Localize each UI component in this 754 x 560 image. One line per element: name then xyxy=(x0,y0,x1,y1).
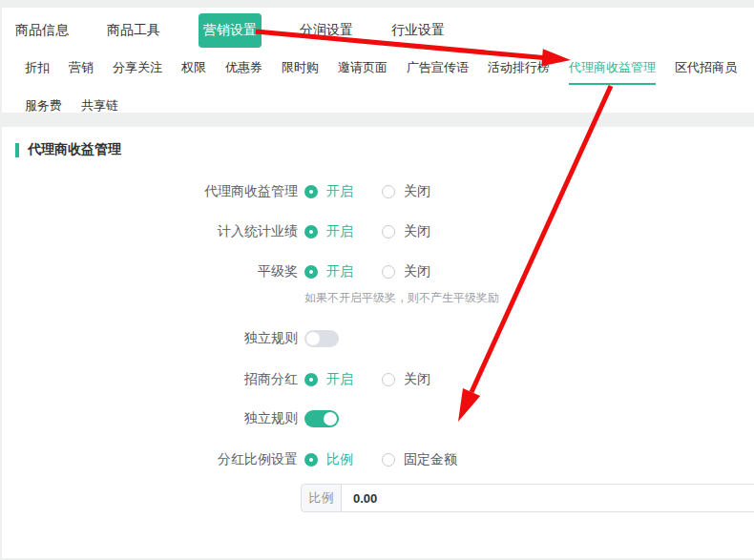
radio-option-label: 固定金额 xyxy=(404,451,457,468)
subtab-invite-page[interactable]: 邀请页面 xyxy=(338,59,387,85)
radio-option-label: 开启 xyxy=(326,183,353,200)
radio-option-off[interactable]: 关闭 xyxy=(382,183,430,200)
radio-option-ratio[interactable]: 比例 xyxy=(304,451,353,468)
radio-group-recruit-dividend: 开启 关闭 xyxy=(304,371,430,388)
radio-group-peer-award: 开启 关闭 xyxy=(304,263,430,280)
radio-option-off[interactable]: 关闭 xyxy=(382,263,430,280)
radio-option-label: 关闭 xyxy=(404,371,430,388)
row-dividend-ratio-setting: 分红比例设置 比例 固定金额 xyxy=(2,450,754,469)
radio-option-label: 关闭 xyxy=(404,263,430,280)
tab-product-info[interactable]: 商品信息 xyxy=(15,22,69,39)
ratio-input-group: 比例 xyxy=(301,484,754,512)
ratio-input-prepend-label: 比例 xyxy=(301,484,342,512)
independent-rule-toggle-off[interactable] xyxy=(304,330,339,347)
radio-unchecked-icon[interactable] xyxy=(382,225,395,239)
radio-option-off[interactable]: 关闭 xyxy=(382,223,430,240)
subtab-activity-ranking[interactable]: 活动排行榜 xyxy=(488,59,550,85)
radio-unchecked-icon[interactable] xyxy=(382,265,395,279)
field-label: 独立规则 xyxy=(2,330,298,347)
radio-unchecked-icon[interactable] xyxy=(382,453,395,467)
field-label: 平级奖 xyxy=(2,263,298,280)
radio-unchecked-icon[interactable] xyxy=(382,185,395,198)
radio-group-statistics: 开启 关闭 xyxy=(304,223,430,240)
field-label: 独立规则 xyxy=(2,410,298,427)
tab-marketing-settings[interactable]: 营销设置 xyxy=(199,13,262,48)
secondary-tab-bar: 折扣 营销 分享关注 权限 优惠券 限时购 邀请页面 广告宣传语 活动排行榜 代… xyxy=(2,53,754,135)
subtab-flash-sale[interactable]: 限时购 xyxy=(282,59,319,85)
primary-tab-bar: 商品信息 商品工具 营销设置 分润设置 行业设置 xyxy=(2,8,754,53)
subtab-agent-revenue-management[interactable]: 代理商收益管理 xyxy=(569,59,656,85)
tabs-card: 商品信息 商品工具 营销设置 分润设置 行业设置 折扣 营销 分享关注 权限 优… xyxy=(2,8,754,113)
radio-option-label: 开启 xyxy=(326,223,353,240)
tab-product-tools[interactable]: 商品工具 xyxy=(107,22,160,39)
radio-option-on[interactable]: 开启 xyxy=(304,263,353,280)
radio-checked-icon[interactable] xyxy=(304,225,318,239)
subtab-coupon[interactable]: 优惠券 xyxy=(225,59,262,85)
peer-award-hint: 如果不开启平级奖，则不产生平级奖励 xyxy=(304,290,754,306)
radio-checked-icon[interactable] xyxy=(304,453,318,467)
field-label: 计入统计业绩 xyxy=(2,223,298,240)
radio-option-off[interactable]: 关闭 xyxy=(382,371,430,388)
tab-profit-settings[interactable]: 分润设置 xyxy=(300,22,353,39)
subtab-district-agent-recruiter[interactable]: 区代招商员 xyxy=(675,59,737,85)
radio-option-fixed-amount[interactable]: 固定金额 xyxy=(382,451,457,468)
independent-rule-toggle-on[interactable] xyxy=(304,410,339,427)
radio-option-on[interactable]: 开启 xyxy=(304,223,353,240)
field-label: 代理商收益管理 xyxy=(2,183,298,200)
field-label: 分红比例设置 xyxy=(2,451,298,468)
radio-group-dividend-ratio: 比例 固定金额 xyxy=(304,451,457,468)
radio-option-label: 关闭 xyxy=(404,183,430,200)
radio-group-agent-revenue: 开启 关闭 xyxy=(304,183,430,200)
tab-industry-settings[interactable]: 行业设置 xyxy=(391,22,445,39)
radio-option-label: 比例 xyxy=(326,451,353,468)
radio-option-on[interactable]: 开启 xyxy=(304,183,353,200)
subtab-ad-slogan[interactable]: 广告宣传语 xyxy=(407,59,469,85)
radio-unchecked-icon[interactable] xyxy=(382,373,395,386)
section-accent-bar xyxy=(15,143,19,157)
agent-revenue-settings-page: 商品信息 商品工具 营销设置 分润设置 行业设置 折扣 营销 分享关注 权限 优… xyxy=(0,0,754,560)
row-independent-rule-2: 独立规则 xyxy=(2,410,754,427)
row-independent-rule-1: 独立规则 xyxy=(2,330,754,347)
settings-form: 代理商收益管理 开启 关闭 计入统计业绩 xyxy=(2,182,754,512)
radio-option-label: 关闭 xyxy=(404,223,430,240)
row-recruit-dividend: 招商分红 开启 关闭 xyxy=(2,370,754,389)
field-label: 招商分红 xyxy=(2,371,298,388)
section-header: 代理商收益管理 xyxy=(15,142,754,157)
row-agent-revenue-management: 代理商收益管理 开启 关闭 xyxy=(2,182,754,201)
subtab-permission[interactable]: 权限 xyxy=(181,59,206,85)
subtab-marketing[interactable]: 营销 xyxy=(69,59,94,85)
radio-checked-icon[interactable] xyxy=(304,265,318,279)
radio-option-on[interactable]: 开启 xyxy=(304,371,353,388)
subtab-service-fee[interactable]: 服务费 xyxy=(25,97,62,123)
radio-checked-icon[interactable] xyxy=(304,185,318,198)
row-count-into-statistics: 计入统计业绩 开启 关闭 xyxy=(2,222,754,241)
radio-option-label: 开启 xyxy=(326,263,353,280)
section-title: 代理商收益管理 xyxy=(28,141,121,158)
settings-panel: 代理商收益管理 代理商收益管理 开启 关闭 计入统计业绩 xyxy=(2,127,754,558)
ratio-input[interactable] xyxy=(342,484,754,512)
radio-option-label: 开启 xyxy=(326,371,353,388)
subtab-shared-chain[interactable]: 共享链 xyxy=(81,97,118,123)
row-peer-level-award: 平级奖 开启 关闭 xyxy=(2,262,754,281)
subtab-share-follow[interactable]: 分享关注 xyxy=(113,59,162,85)
radio-checked-icon[interactable] xyxy=(304,373,318,386)
subtab-discount[interactable]: 折扣 xyxy=(25,59,50,85)
